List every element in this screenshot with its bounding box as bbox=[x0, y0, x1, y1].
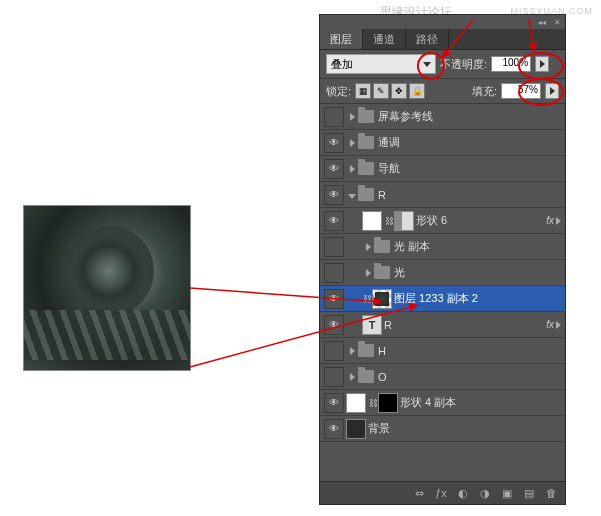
mask-thumb bbox=[394, 211, 414, 231]
annotation-circle bbox=[417, 52, 445, 80]
tab-layers[interactable]: 图层 bbox=[320, 29, 363, 49]
lock-pixels-icon[interactable]: ✎ bbox=[373, 83, 389, 99]
layer-name[interactable]: 图层 1233 副本 2 bbox=[394, 291, 561, 306]
layer-name[interactable]: 光 副本 bbox=[394, 239, 561, 254]
visibility-toggle[interactable] bbox=[324, 393, 344, 413]
disclosure-triangle[interactable] bbox=[346, 111, 358, 123]
fill-label: 填充: bbox=[472, 84, 497, 99]
layer-row[interactable]: ⛓形状 4 副本 bbox=[320, 390, 565, 416]
layer-row[interactable]: ⛓图层 1233 副本 2 bbox=[320, 286, 565, 312]
tab-channels[interactable]: 通道 bbox=[363, 29, 406, 49]
preview-thumbnail bbox=[23, 205, 191, 371]
visibility-toggle[interactable] bbox=[324, 133, 344, 153]
layer-row[interactable]: 光 bbox=[320, 260, 565, 286]
disclosure-triangle[interactable] bbox=[346, 371, 358, 383]
layer-name[interactable]: 屏幕参考线 bbox=[378, 109, 561, 124]
folder-icon bbox=[358, 344, 374, 357]
trash-icon[interactable]: 🗑 bbox=[543, 485, 559, 501]
layer-name[interactable]: R bbox=[378, 189, 561, 201]
collapse-icon[interactable]: ◂◂ bbox=[538, 18, 546, 27]
lock-label: 锁定: bbox=[326, 84, 351, 99]
disclosure-triangle[interactable] bbox=[346, 137, 358, 149]
visibility-toggle[interactable] bbox=[324, 237, 344, 257]
layer-name[interactable]: 通调 bbox=[378, 135, 561, 150]
layer-name[interactable]: 形状 6 bbox=[416, 213, 546, 228]
folder-icon bbox=[358, 162, 374, 175]
link-icon: ⛓ bbox=[384, 216, 394, 226]
folder-icon bbox=[374, 266, 390, 279]
visibility-toggle[interactable] bbox=[324, 185, 344, 205]
link-icon: ⛓ bbox=[368, 398, 378, 408]
layer-thumb bbox=[372, 289, 392, 309]
layer-row[interactable]: 屏幕参考线 bbox=[320, 104, 565, 130]
layer-name[interactable]: R bbox=[384, 319, 546, 331]
lock-icons: ▦ ✎ ✥ 🔒 bbox=[355, 83, 425, 99]
folder-icon bbox=[358, 136, 374, 149]
opacity-label: 不透明度: bbox=[440, 57, 487, 72]
layer-row[interactable]: 导航 bbox=[320, 156, 565, 182]
lock-all-icon[interactable]: 🔒 bbox=[409, 83, 425, 99]
layers-list: 屏幕参考线通调导航R⛓形状 6fx光 副本光⛓图层 1233 副本 2TRfxH… bbox=[320, 104, 565, 481]
mask-thumb bbox=[378, 393, 398, 413]
annotation-circle bbox=[518, 52, 564, 80]
tab-paths[interactable]: 路径 bbox=[406, 29, 449, 49]
visibility-toggle[interactable] bbox=[324, 211, 344, 231]
visibility-toggle[interactable] bbox=[324, 315, 344, 335]
group-icon[interactable]: ▣ bbox=[499, 485, 515, 501]
lock-position-icon[interactable]: ✥ bbox=[391, 83, 407, 99]
text-layer-icon: T bbox=[362, 315, 382, 335]
mask-icon[interactable]: ◐ bbox=[455, 485, 471, 501]
layer-row[interactable]: ⛓形状 6fx bbox=[320, 208, 565, 234]
visibility-toggle[interactable] bbox=[324, 341, 344, 361]
panel-footer: ⇔ ƒx ◐ ◑ ▣ ▤ 🗑 bbox=[320, 481, 565, 504]
layer-row[interactable]: R bbox=[320, 182, 565, 208]
folder-icon bbox=[358, 110, 374, 123]
disclosure-triangle[interactable] bbox=[346, 163, 358, 175]
layer-name[interactable]: 导航 bbox=[378, 161, 561, 176]
link-icon: ⛓ bbox=[362, 294, 372, 304]
layer-row[interactable]: H bbox=[320, 338, 565, 364]
new-layer-icon[interactable]: ▤ bbox=[521, 485, 537, 501]
fx-expand-icon[interactable] bbox=[556, 217, 561, 225]
visibility-toggle[interactable] bbox=[324, 419, 344, 439]
fx-badge[interactable]: fx bbox=[546, 215, 554, 226]
panel-tabs: 图层 通道 路径 bbox=[320, 29, 565, 50]
adjustment-icon[interactable]: ◑ bbox=[477, 485, 493, 501]
fx-icon[interactable]: ƒx bbox=[433, 485, 449, 501]
folder-icon bbox=[358, 188, 374, 201]
layer-name[interactable]: H bbox=[378, 345, 561, 357]
blend-mode-value: 叠加 bbox=[331, 57, 353, 72]
layer-row[interactable]: 通调 bbox=[320, 130, 565, 156]
layer-thumb bbox=[362, 211, 382, 231]
layer-row[interactable]: 光 副本 bbox=[320, 234, 565, 260]
layer-name[interactable]: O bbox=[378, 371, 561, 383]
link-layers-icon[interactable]: ⇔ bbox=[411, 485, 427, 501]
visibility-toggle[interactable] bbox=[324, 159, 344, 179]
layer-name[interactable]: 形状 4 副本 bbox=[400, 395, 561, 410]
disclosure-triangle[interactable] bbox=[362, 241, 374, 253]
visibility-toggle[interactable] bbox=[324, 367, 344, 387]
layer-thumb bbox=[346, 393, 366, 413]
folder-icon bbox=[374, 240, 390, 253]
visibility-toggle[interactable] bbox=[324, 289, 344, 309]
annotation-circle bbox=[518, 78, 564, 106]
disclosure-triangle[interactable] bbox=[346, 345, 358, 357]
close-icon[interactable]: ✕ bbox=[554, 18, 561, 27]
layer-row[interactable]: 背景 bbox=[320, 416, 565, 442]
layer-name[interactable]: 背景 bbox=[368, 421, 561, 436]
layer-thumb bbox=[346, 419, 366, 439]
visibility-toggle[interactable] bbox=[324, 263, 344, 283]
fx-expand-icon[interactable] bbox=[556, 321, 561, 329]
disclosure-triangle[interactable] bbox=[346, 189, 358, 201]
layer-name[interactable]: 光 bbox=[394, 265, 561, 280]
panel-menu-bar: ◂◂ ✕ bbox=[320, 15, 565, 29]
disclosure-triangle[interactable] bbox=[362, 267, 374, 279]
fx-badge[interactable]: fx bbox=[546, 319, 554, 330]
visibility-toggle[interactable] bbox=[324, 107, 344, 127]
layer-row[interactable]: O bbox=[320, 364, 565, 390]
lock-transparent-icon[interactable]: ▦ bbox=[355, 83, 371, 99]
layer-row[interactable]: TRfx bbox=[320, 312, 565, 338]
folder-icon bbox=[358, 370, 374, 383]
